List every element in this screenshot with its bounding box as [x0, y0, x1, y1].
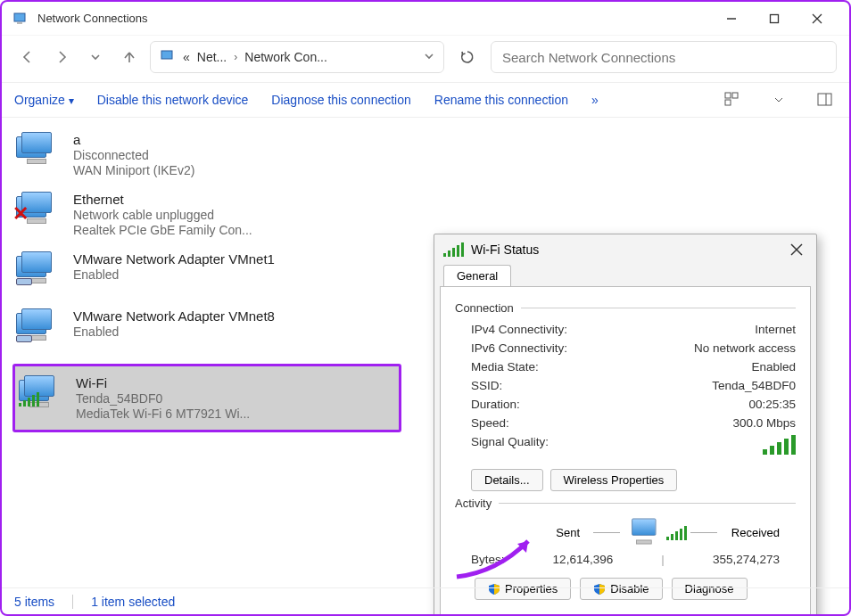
received-label: Received — [731, 526, 780, 539]
adapter-device: WAN Miniport (IKEv2) — [73, 163, 194, 177]
group-connection: Connection — [455, 301, 514, 315]
svg-rect-1 — [17, 22, 22, 24]
adapter-item-a[interactable]: a Disconnected WAN Miniport (IKEv2) — [12, 125, 401, 185]
plug-icon — [16, 278, 32, 285]
adapter-name: a — [73, 132, 194, 147]
dialog-title: Wi-Fi Status — [471, 242, 779, 257]
svg-rect-10 — [818, 94, 831, 105]
breadcrumb-1[interactable]: Net... — [197, 50, 227, 64]
adapter-item-vmnet1[interactable]: VMware Network Adapter VMnet1 Enabled — [12, 244, 401, 301]
nav-row: « Net... › Network Con... — [2, 36, 849, 82]
adapter-name: Wi-Fi — [76, 375, 250, 390]
plug-icon — [16, 335, 32, 342]
signal-bars-icon — [763, 435, 796, 455]
adapter-icon: ✕ — [16, 192, 64, 234]
ipv6-value: No network access — [694, 341, 796, 355]
adapter-list: a Disconnected WAN Miniport (IKEv2) ✕ Et… — [2, 118, 412, 587]
adapter-name: VMware Network Adapter VMnet8 — [73, 308, 275, 324]
item-count: 5 items — [14, 595, 54, 609]
app-icon — [12, 11, 29, 27]
speed-value: 300.0 Mbps — [732, 416, 796, 430]
adapter-icon — [16, 251, 64, 294]
selection-count: 1 item selected — [72, 595, 175, 609]
preview-pane-button[interactable] — [814, 88, 837, 111]
ipv4-value: Internet — [755, 323, 796, 336]
svg-rect-9 — [725, 100, 731, 105]
bytes-label: Bytes: — [471, 553, 505, 566]
adapter-item-wifi[interactable]: Wi-Fi Tenda_54BDF0 MediaTek Wi-Fi 6 MT79… — [12, 364, 401, 432]
minimize-button[interactable] — [710, 2, 753, 36]
adapter-name: VMware Network Adapter VMnet1 — [73, 251, 275, 267]
wifi-status-dialog: Wi-Fi Status General Connection IPv4 Con… — [434, 234, 817, 616]
view-options-button[interactable] — [721, 88, 744, 111]
signal-bars-icon — [666, 526, 687, 540]
location-icon — [160, 47, 176, 67]
adapter-item-ethernet[interactable]: ✕ Ethernet Network cable unplugged Realt… — [12, 185, 401, 244]
activity-icon — [624, 515, 663, 550]
disable-device-link[interactable]: Disable this network device — [97, 93, 249, 107]
adapter-device: Realtek PCIe GbE Family Con... — [73, 223, 252, 237]
sent-label: Sent — [556, 526, 580, 539]
ssid-value: Tenda_54BDF0 — [712, 379, 796, 392]
ipv4-label: IPv4 Connectivity: — [471, 323, 567, 336]
adapter-icon — [16, 132, 64, 175]
bytes-received-value: 355,274,273 — [713, 553, 780, 566]
tab-general[interactable]: General — [443, 265, 511, 286]
command-bar: Organize ▾ Disable this network device D… — [2, 82, 849, 118]
diagnose-link[interactable]: Diagnose this connection — [271, 93, 410, 107]
dialog-close-button[interactable] — [786, 239, 807, 260]
svg-rect-0 — [14, 13, 25, 21]
rename-link[interactable]: Rename this connection — [434, 93, 568, 107]
window-title: Network Connections — [37, 12, 710, 25]
group-activity: Activity — [455, 497, 492, 510]
adapter-status: Network cable unplugged — [73, 208, 252, 222]
up-button[interactable] — [116, 44, 143, 70]
svg-rect-6 — [161, 51, 172, 59]
signal-bars-icon — [443, 242, 464, 257]
signal-quality-value — [763, 435, 796, 457]
adapter-device: MediaTek Wi-Fi 6 MT7921 Wi... — [76, 407, 250, 421]
title-bar: Network Connections — [2, 2, 849, 36]
back-button[interactable] — [14, 44, 41, 70]
svg-rect-3 — [771, 14, 779, 22]
speed-label: Speed: — [471, 416, 509, 430]
media-value: Enabled — [751, 360, 796, 374]
search-box[interactable] — [491, 41, 837, 73]
adapter-icon — [16, 308, 64, 351]
address-dropdown[interactable] — [424, 49, 434, 65]
signal-bars-icon — [19, 392, 39, 410]
organize-menu[interactable]: Organize ▾ — [14, 93, 74, 107]
ssid-label: SSID: — [471, 379, 502, 392]
chevron-right-icon: › — [234, 51, 237, 63]
wireless-properties-button[interactable]: Wireless Properties — [550, 469, 678, 491]
adapter-item-vmnet8[interactable]: VMware Network Adapter VMnet8 Enabled — [12, 301, 401, 358]
media-label: Media State: — [471, 360, 539, 374]
adapter-name: Ethernet — [73, 192, 252, 207]
signal-quality-label: Signal Quality: — [471, 435, 549, 457]
duration-value: 00:25:35 — [748, 398, 796, 411]
search-input[interactable] — [502, 50, 825, 65]
recent-dropdown[interactable] — [82, 44, 109, 70]
refresh-button[interactable] — [451, 41, 483, 73]
adapter-status: Enabled — [73, 267, 275, 282]
forward-button[interactable] — [48, 44, 75, 70]
close-button[interactable] — [796, 2, 839, 36]
adapter-icon — [19, 375, 67, 418]
ipv6-label: IPv6 Connectivity: — [471, 341, 567, 355]
svg-rect-7 — [725, 93, 731, 98]
view-dropdown[interactable] — [767, 88, 790, 111]
error-x-icon: ✕ — [12, 202, 29, 226]
adapter-status: Enabled — [73, 324, 275, 339]
duration-label: Duration: — [471, 398, 520, 411]
address-bar[interactable]: « Net... › Network Con... — [150, 41, 444, 73]
bytes-sent-value: 12,614,396 — [553, 553, 614, 566]
maximize-button[interactable] — [753, 2, 796, 36]
status-bar: 5 items 1 item selected — [2, 587, 849, 614]
details-button[interactable]: Details... — [471, 469, 543, 491]
breadcrumb-2[interactable]: Network Con... — [244, 50, 327, 64]
svg-rect-8 — [732, 93, 738, 98]
adapter-status: Disconnected — [73, 148, 194, 162]
overflow-menu[interactable]: » — [591, 93, 599, 107]
breadcrumb-prefix: « — [183, 50, 190, 64]
adapter-status: Tenda_54BDF0 — [76, 391, 250, 406]
